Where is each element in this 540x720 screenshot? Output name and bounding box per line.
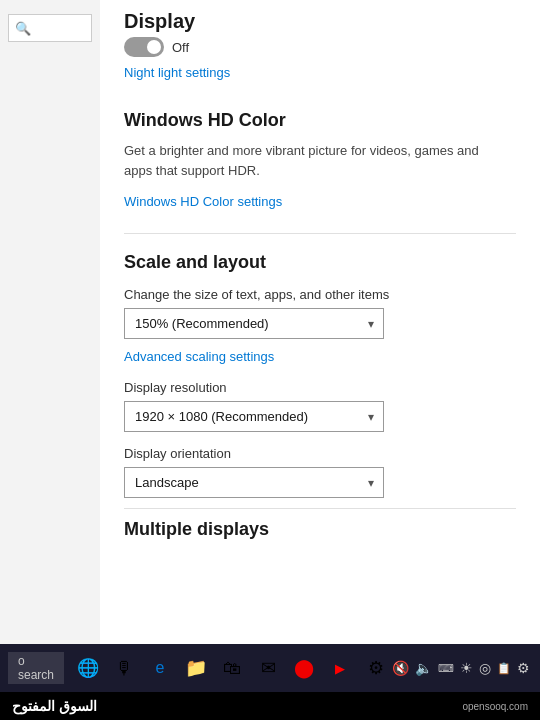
divider-1 [124,233,516,234]
taskbar-search-text: o search [18,654,54,682]
taskbar-icon-store[interactable]: 🛍 [216,652,248,684]
multiple-displays-title: Multiple displays [124,519,516,540]
orientation-label: Display orientation [124,446,516,461]
taskbar-brightness-icon[interactable]: ☀ [460,660,473,676]
search-icon: 🔍 [15,21,31,36]
display-toggle[interactable] [124,37,164,57]
scale-layout-title: Scale and layout [124,252,516,273]
taskbar-sound-icon[interactable]: 🔈 [415,660,432,676]
sidebar-search[interactable]: 🔍 [8,14,92,42]
taskbar-kb-icon[interactable]: ⌨ [438,662,454,675]
multiple-displays-section: Multiple displays [124,519,516,540]
sidebar: 🔍 [0,0,100,644]
resolution-dropdown-wrapper: 1920 × 1080 (Recommended) 1680 × 1050 16… [124,401,384,432]
hd-color-title: Windows HD Color [124,110,516,131]
toggle-label: Off [172,40,189,55]
hd-color-section: Windows HD Color Get a brighter and more… [124,110,516,223]
page-title: Display [124,10,516,33]
scale-dropdown[interactable]: 100% (Recommended) 125% 150% (Recommende… [124,308,384,339]
taskbar-volume-icon[interactable]: 🔇 [392,660,409,676]
taskbar-right: 🔇 🔈 ⌨ ☀ ◎ 📋 ⚙ [392,660,538,676]
taskbar-network-icon[interactable]: ◎ [479,660,491,676]
taskbar-icon-mail[interactable]: ✉ [252,652,284,684]
taskbar-icon-edge[interactable]: e [144,652,176,684]
night-light-link[interactable]: Night light settings [124,65,230,80]
taskbar-icon-files[interactable]: 📁 [180,652,212,684]
hd-color-description: Get a brighter and more vibrant picture … [124,141,504,180]
watermark-brand: السوق المفتوح [12,698,97,714]
scale-layout-section: Scale and layout Change the size of text… [124,252,516,498]
taskbar-icon-red[interactable]: ⬤ [288,652,320,684]
taskbar-icon-browser[interactable]: 🌐 [72,652,104,684]
main-content: Display Off Night light settings Windows… [100,0,540,644]
change-size-label: Change the size of text, apps, and other… [124,287,516,302]
watermark-bar: السوق المفتوح opensooq.com [0,692,540,720]
page-title-area: Display Off Night light settings [124,0,516,100]
taskbar-gear-icon[interactable]: ⚙ [517,660,530,676]
taskbar-clipboard-icon[interactable]: 📋 [497,662,511,675]
taskbar-icon-mic[interactable]: 🎙 [108,652,140,684]
orientation-dropdown[interactable]: Landscape Portrait Landscape (flipped) P… [124,467,384,498]
taskbar-icons: 🌐 🎙 e 📁 🛍 ✉ ⬤ ▶ ⚙ [72,652,392,684]
scale-dropdown-wrapper: 100% (Recommended) 125% 150% (Recommende… [124,308,384,339]
watermark-sub: opensooq.com [462,701,528,712]
resolution-dropdown[interactable]: 1920 × 1080 (Recommended) 1680 × 1050 16… [124,401,384,432]
divider-2 [124,508,516,509]
advanced-scaling-link[interactable]: Advanced scaling settings [124,349,274,364]
orientation-dropdown-wrapper: Landscape Portrait Landscape (flipped) P… [124,467,384,498]
taskbar-icon-settings[interactable]: ⚙ [360,652,392,684]
resolution-label: Display resolution [124,380,516,395]
toggle-row: Off [124,37,516,57]
taskbar: o search 🌐 🎙 e 📁 🛍 ✉ ⬤ ▶ ⚙ 🔇 🔈 ⌨ ☀ ◎ 📋 ⚙ [0,644,540,692]
hd-color-link[interactable]: Windows HD Color settings [124,194,282,209]
taskbar-search[interactable]: o search [8,652,64,684]
taskbar-icon-yt[interactable]: ▶ [324,652,356,684]
